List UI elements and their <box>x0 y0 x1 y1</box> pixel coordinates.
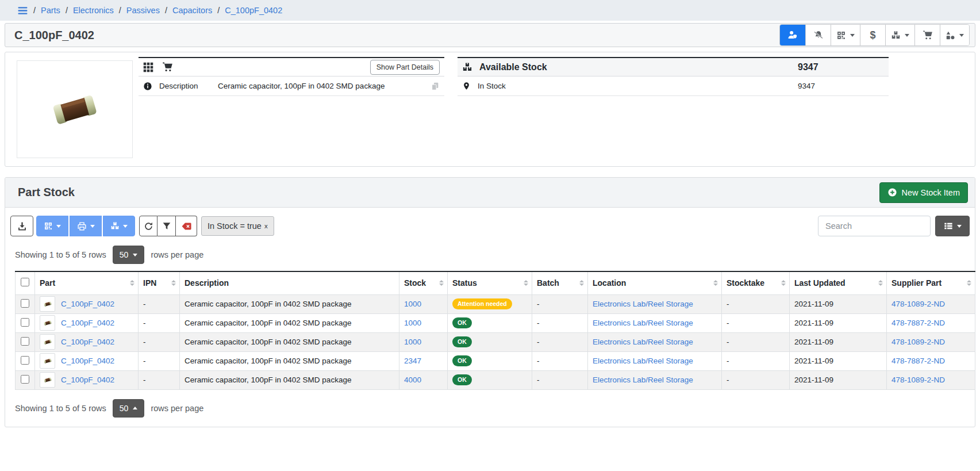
stocktake-cell: - <box>722 332 790 351</box>
barcode-actions-button[interactable] <box>36 216 68 236</box>
sort-icon[interactable] <box>579 280 584 286</box>
export-button[interactable] <box>10 216 33 236</box>
stock-link[interactable]: 2347 <box>404 357 421 365</box>
sort-icon[interactable] <box>439 280 444 286</box>
breadcrumb-link-current-part[interactable]: C_100pF_0402 <box>225 6 282 15</box>
part-link[interactable]: C_100pF_0402 <box>61 357 114 365</box>
page-size-button[interactable]: 50 <box>113 399 145 418</box>
stock-link[interactable]: 4000 <box>404 376 421 384</box>
batch-cell: - <box>532 351 588 370</box>
page-size-button[interactable]: 50 <box>113 246 145 264</box>
order-actions-button[interactable] <box>914 25 940 45</box>
row-checkbox[interactable] <box>21 375 29 384</box>
search-input[interactable] <box>818 216 931 236</box>
copy-icon[interactable] <box>431 82 440 91</box>
caret-down-icon <box>959 34 964 37</box>
in-stock-label: In Stock <box>478 82 506 90</box>
remove-filters-button[interactable] <box>176 216 197 236</box>
filter-chip-close[interactable]: x <box>264 223 268 229</box>
sort-icon[interactable] <box>878 280 883 286</box>
part-link[interactable]: C_100pF_0402 <box>61 338 114 346</box>
row-checkbox[interactable] <box>21 299 29 308</box>
download-icon <box>17 221 27 231</box>
column-header-description[interactable]: Description <box>180 271 399 294</box>
part-link[interactable]: C_100pF_0402 <box>61 319 114 327</box>
pricing-button[interactable]: $ <box>860 25 885 45</box>
refresh-button[interactable] <box>139 216 157 236</box>
location-link[interactable]: Electronics Lab/Reel Storage <box>593 319 693 327</box>
column-header-supplier-part[interactable]: Supplier Part <box>887 271 975 294</box>
part-thumbnail <box>40 372 55 388</box>
new-stock-item-button[interactable]: New Stock Item <box>879 182 968 203</box>
filter-button[interactable] <box>157 216 176 236</box>
select-all-header <box>16 271 35 294</box>
breadcrumb-separator: / <box>33 6 36 15</box>
sort-icon[interactable] <box>524 280 528 286</box>
filter-chip-label: In Stock = true <box>207 221 262 231</box>
part-stock-panel: Part Stock New Stock Item <box>5 177 975 427</box>
table-view-button[interactable] <box>935 216 970 236</box>
sort-icon[interactable] <box>781 280 786 286</box>
location-cell: Electronics Lab/Reel Storage <box>588 294 722 313</box>
sort-icon[interactable] <box>967 280 971 286</box>
menu-button[interactable] <box>17 5 28 16</box>
column-header-location[interactable]: Location <box>588 271 722 294</box>
supplier-part-link[interactable]: 478-1089-2-ND <box>891 376 945 384</box>
stock-link[interactable]: 1000 <box>404 319 421 327</box>
supplier-part-link[interactable]: 478-1089-2-ND <box>891 338 945 346</box>
part-image[interactable] <box>17 60 133 158</box>
column-header-stock[interactable]: Stock <box>399 271 448 294</box>
column-header-batch[interactable]: Batch <box>532 271 588 294</box>
breadcrumb-link-electronics[interactable]: Electronics <box>73 6 114 15</box>
available-stock-header: Available Stock 9347 <box>458 57 889 76</box>
supplier-part-link[interactable]: 478-1089-2-ND <box>891 300 945 308</box>
barcode-actions-button[interactable] <box>831 25 860 45</box>
stock-actions-button[interactable] <box>885 25 914 45</box>
supplier-part-cell: 478-7887-2-ND <box>887 351 975 370</box>
row-checkbox[interactable] <box>21 356 29 365</box>
column-header-stocktake[interactable]: Stocktake <box>722 271 790 294</box>
row-checkbox[interactable] <box>21 337 29 346</box>
part-options-button[interactable] <box>940 25 969 45</box>
location-link[interactable]: Electronics Lab/Reel Storage <box>593 376 693 384</box>
part-cell: C_100pF_0402 <box>35 370 139 389</box>
row-checkbox[interactable] <box>21 318 29 327</box>
sort-icon[interactable] <box>713 280 718 286</box>
ipn-cell: - <box>139 313 180 332</box>
part-link[interactable]: C_100pF_0402 <box>61 376 114 384</box>
part-link[interactable]: C_100pF_0402 <box>61 300 114 308</box>
sort-icon[interactable] <box>171 280 176 286</box>
column-header-last-updated[interactable]: Last Updated <box>790 271 887 294</box>
location-link[interactable]: Electronics Lab/Reel Storage <box>593 338 693 346</box>
caret-up-icon <box>133 407 137 409</box>
breadcrumb-link-passives[interactable]: Passives <box>126 6 160 15</box>
print-actions-button[interactable] <box>70 216 102 236</box>
sort-icon[interactable] <box>130 280 134 286</box>
column-header-part[interactable]: Part <box>35 271 139 294</box>
show-part-details-button[interactable]: Show Part Details <box>370 60 440 75</box>
stocktake-cell: - <box>722 351 790 370</box>
capacitor-image <box>48 89 101 129</box>
location-link[interactable]: Electronics Lab/Reel Storage <box>593 300 693 308</box>
supplier-part-link[interactable]: 478-7887-2-ND <box>891 357 945 365</box>
bell-slash-icon <box>813 30 824 40</box>
column-header-status[interactable]: Status <box>448 271 532 294</box>
location-link[interactable]: Electronics Lab/Reel Storage <box>593 357 693 365</box>
part-detail-panel: Show Part Details Description Ceramic ca… <box>5 52 975 167</box>
stock-options-button[interactable] <box>103 216 135 236</box>
notifications-button[interactable] <box>805 25 831 45</box>
stock-link[interactable]: 1000 <box>404 300 421 308</box>
breadcrumb-link-parts[interactable]: Parts <box>41 6 60 15</box>
column-header-ipn[interactable]: IPN <box>139 271 180 294</box>
part-info-header: Show Part Details <box>139 57 444 76</box>
description-cell: Ceramic capacitor, 100pF in 0402 SMD pac… <box>180 351 399 370</box>
supplier-part-link[interactable]: 478-7887-2-ND <box>891 319 945 327</box>
last-updated-cell: 2021-11-09 <box>790 351 887 370</box>
info-icon <box>143 82 152 91</box>
select-all-checkbox[interactable] <box>21 278 29 286</box>
location-cell: Electronics Lab/Reel Storage <box>588 313 722 332</box>
stock-link[interactable]: 1000 <box>404 338 421 346</box>
breadcrumb-link-capacitors[interactable]: Capacitors <box>172 6 212 15</box>
available-stock-table: Available Stock 9347 In Stock 9347 <box>458 57 889 96</box>
user-roles-button[interactable] <box>780 25 805 45</box>
